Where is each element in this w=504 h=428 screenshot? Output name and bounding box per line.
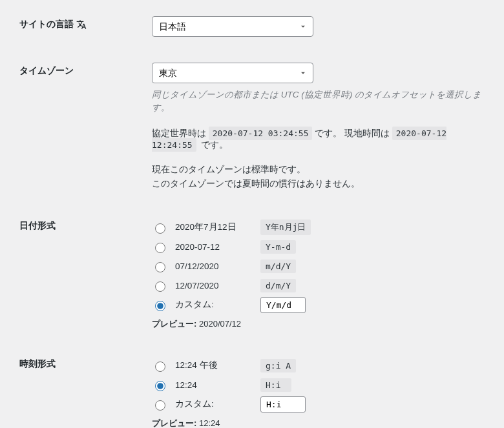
date-format-sample: 12/07/2020 bbox=[175, 281, 253, 290]
time-format-sample: 12:24 午後 bbox=[175, 360, 253, 371]
date-format-custom-input[interactable] bbox=[260, 297, 306, 313]
date-format-radio-custom[interactable] bbox=[155, 301, 165, 311]
time-format-string: g:i A bbox=[260, 359, 296, 372]
date-format-string: d/m/Y bbox=[260, 279, 296, 292]
date-format-radio[interactable] bbox=[155, 281, 165, 292]
date-format-sample: 2020-07-12 bbox=[175, 242, 253, 252]
time-format-radio-custom[interactable] bbox=[155, 400, 165, 411]
timezone-help: 同じタイムゾーンの都市または UTC (協定世界時) のタイムオフセットを選択し… bbox=[152, 88, 485, 115]
date-format-string: m/d/Y bbox=[260, 260, 296, 273]
date-format-radio[interactable] bbox=[155, 223, 165, 234]
timezone-times: 協定世界時は 2020-07-12 03:24:55 です。 現地時間は 202… bbox=[152, 128, 485, 151]
date-format-label: 日付形式 bbox=[19, 220, 56, 232]
translate-icon bbox=[76, 19, 87, 30]
time-format-preview: プレビュー: 12:24 bbox=[152, 418, 485, 428]
utc-time-code: 2020-07-12 03:24:55 bbox=[209, 127, 313, 140]
date-format-preview: プレビュー: 2020/07/12 bbox=[152, 318, 485, 330]
time-format-radio[interactable] bbox=[155, 381, 165, 391]
time-format-sample: 12:24 bbox=[175, 380, 253, 390]
timezone-select[interactable]: 東京 bbox=[152, 63, 313, 83]
date-format-string: Y-m-d bbox=[260, 240, 296, 254]
site-language-label: サイトの言語 bbox=[19, 19, 74, 30]
timezone-label: タイムゾーン bbox=[19, 65, 74, 77]
time-format-string: H:i bbox=[260, 378, 291, 392]
timezone-note: 現在このタイムゾーンは標準時です。 このタイムゾーンでは夏時間の慣行はありません… bbox=[152, 163, 485, 192]
date-format-radio[interactable] bbox=[155, 243, 165, 253]
time-format-radio[interactable] bbox=[155, 362, 165, 372]
date-format-string: Y年n月j日 bbox=[260, 219, 311, 235]
date-format-sample: 07/12/2020 bbox=[175, 261, 253, 271]
date-format-custom-label: カスタム: bbox=[175, 299, 253, 311]
time-format-custom-input[interactable] bbox=[260, 396, 306, 413]
date-format-radio[interactable] bbox=[155, 262, 165, 272]
time-format-custom-label: カスタム: bbox=[175, 398, 253, 410]
date-format-sample: 2020年7月12日 bbox=[175, 221, 253, 233]
site-language-select[interactable]: 日本語 bbox=[152, 16, 313, 37]
time-format-label: 時刻形式 bbox=[19, 358, 56, 370]
